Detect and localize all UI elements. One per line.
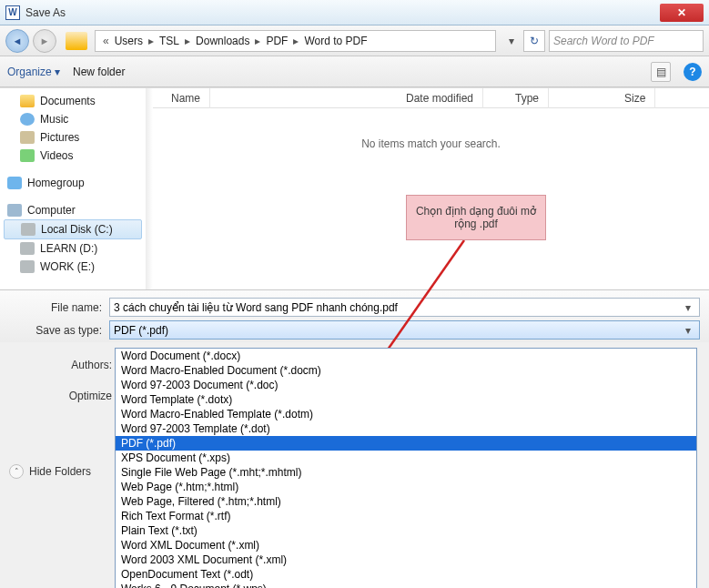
dropdown-option[interactable]: OpenDocument Text (*.odt) bbox=[116, 567, 696, 582]
forward-button[interactable]: ► bbox=[33, 29, 56, 53]
sidebar-item-homegroup[interactable]: Homegroup bbox=[0, 174, 146, 192]
dropdown-icon[interactable]: ▾ bbox=[681, 324, 695, 337]
dropdown-option[interactable]: Word Macro-Enabled Document (*.docm) bbox=[116, 363, 696, 378]
saveastype-select[interactable]: PDF (*.pdf)▾ bbox=[109, 320, 700, 340]
crumb[interactable]: Users bbox=[113, 35, 145, 47]
sidebar-item-work[interactable]: WORK (E:) bbox=[0, 258, 146, 276]
refresh-button[interactable]: ↻ bbox=[523, 30, 545, 52]
sidebar-item-documents[interactable]: Documents bbox=[0, 92, 146, 110]
dropdown-option[interactable]: Plain Text (*.txt) bbox=[116, 523, 696, 538]
hide-folders-label: Hide Folders bbox=[29, 465, 91, 478]
crumb[interactable]: TSL bbox=[157, 35, 181, 47]
dropdown-option[interactable]: Single File Web Page (*.mht;*.mhtml) bbox=[116, 465, 696, 480]
computer-icon bbox=[7, 204, 22, 217]
pictures-icon bbox=[20, 131, 35, 144]
dropdown-option[interactable]: Rich Text Format (*.rtf) bbox=[116, 509, 696, 523]
dropdown-option[interactable]: Web Page, Filtered (*.htm;*.html) bbox=[116, 494, 696, 509]
sidebar-item-label: Documents bbox=[40, 95, 96, 107]
dropdown-option[interactable]: Word 2003 XML Document (*.xml) bbox=[116, 553, 696, 567]
chevron-icon: ▸ bbox=[289, 35, 302, 47]
filename-row: File name: 3 cách chuyển tài liệu từ Wor… bbox=[9, 298, 700, 317]
sidebar-item-label: Music bbox=[40, 113, 68, 126]
chevron-icon: ▸ bbox=[251, 35, 264, 47]
sidebar-item-pictures[interactable]: Pictures bbox=[0, 128, 146, 147]
dropdown-icon[interactable]: ▾ bbox=[681, 301, 695, 314]
crumb[interactable]: Downloads bbox=[194, 35, 251, 47]
chevron-icon: ▸ bbox=[145, 35, 157, 47]
music-icon bbox=[20, 113, 35, 126]
dropdown-option[interactable]: Works 6 - 9 Document (*.wps) bbox=[116, 582, 696, 588]
col-date[interactable]: Date modified bbox=[397, 88, 483, 108]
sidebar-item-videos[interactable]: Videos bbox=[0, 147, 146, 165]
disk-icon bbox=[20, 260, 35, 273]
column-headers: Name Date modified Type Size bbox=[153, 88, 709, 108]
chevron-icon: ▸ bbox=[181, 35, 194, 47]
form-area: File name: 3 cách chuyển tài liệu từ Wor… bbox=[0, 289, 709, 342]
hide-folders-button[interactable]: ˄ Hide Folders bbox=[9, 464, 91, 479]
crumb[interactable]: Word to PDF bbox=[302, 35, 369, 47]
file-list: Name Date modified Type Size No items ma… bbox=[153, 88, 709, 289]
dropdown-option[interactable]: Word Document (*.docx) bbox=[116, 349, 696, 363]
homegroup-icon bbox=[7, 177, 22, 189]
filename-input[interactable]: 3 cách chuyển tài liệu từ Word sang PDF … bbox=[109, 298, 700, 317]
sidebar: Documents Music Pictures Videos Homegrou… bbox=[0, 88, 146, 289]
sidebar-item-label: LEARN (D:) bbox=[40, 242, 97, 255]
videos-icon bbox=[20, 149, 35, 162]
col-size[interactable]: Size bbox=[615, 88, 655, 108]
body-area: Documents Music Pictures Videos Homegrou… bbox=[0, 87, 709, 289]
sidebar-item-label: Local Disk (C:) bbox=[41, 223, 113, 236]
dropdown-option[interactable]: XPS Document (*.xps) bbox=[116, 451, 696, 465]
window-title: Save As bbox=[25, 6, 660, 19]
optimize-label: Optimize bbox=[15, 390, 112, 402]
sidebar-item-label: Pictures bbox=[40, 131, 79, 144]
documents-icon bbox=[20, 95, 35, 107]
dropdown-option[interactable]: Word Macro-Enabled Template (*.dotm) bbox=[116, 407, 696, 421]
organize-button[interactable]: Organize ▾ bbox=[7, 66, 60, 78]
sidebar-item-label: Videos bbox=[40, 149, 73, 162]
annotation-callout: Chọn định dạng đuôi mở rộng .pdf bbox=[406, 195, 546, 240]
sidebar-item-label: Computer bbox=[27, 204, 76, 217]
dropdown-option[interactable]: Web Page (*.htm;*.html) bbox=[116, 480, 696, 494]
saveastype-value: PDF (*.pdf) bbox=[114, 324, 681, 337]
folder-icon bbox=[66, 32, 87, 50]
sidebar-item-music[interactable]: Music bbox=[0, 110, 146, 128]
crumb[interactable]: PDF bbox=[264, 35, 289, 47]
dropdown-option[interactable]: Word 97-2003 Document (*.doc) bbox=[116, 378, 696, 392]
chevron-icon: « bbox=[99, 35, 113, 47]
empty-message: No items match your search. bbox=[153, 137, 709, 150]
nav-bar: ◄ ► « Users ▸ TSL ▸ Downloads ▸ PDF ▸ Wo… bbox=[0, 25, 709, 56]
saveastype-label: Save as type: bbox=[9, 324, 109, 337]
dropdown-option[interactable]: Word 97-2003 Template (*.dot) bbox=[116, 421, 696, 436]
view-button[interactable]: ▤ bbox=[651, 62, 671, 82]
filename-value: 3 cách chuyển tài liệu từ Word sang PDF … bbox=[114, 301, 681, 314]
saveastype-row: Save as type: PDF (*.pdf)▾ bbox=[9, 320, 700, 340]
col-type[interactable]: Type bbox=[506, 88, 549, 108]
dropdown-option[interactable]: Word XML Document (*.xml) bbox=[116, 538, 696, 553]
new-folder-button[interactable]: New folder bbox=[73, 66, 125, 78]
word-icon: W bbox=[5, 5, 20, 20]
filename-label: File name: bbox=[9, 301, 109, 314]
toolbar: Organize ▾ New folder ▤ ? bbox=[0, 56, 709, 87]
breadcrumb[interactable]: « Users ▸ TSL ▸ Downloads ▸ PDF ▸ Word t… bbox=[95, 30, 496, 52]
dropdown-option[interactable]: PDF (*.pdf) bbox=[116, 436, 696, 451]
titlebar: W Save As ✕ bbox=[0, 0, 709, 25]
close-button[interactable]: ✕ bbox=[660, 4, 704, 22]
help-button[interactable]: ? bbox=[684, 63, 702, 81]
breadcrumb-dropdown[interactable]: ▾ bbox=[503, 35, 520, 47]
dropdown-option[interactable]: Word Template (*.dotx) bbox=[116, 392, 696, 407]
sidebar-item-label: WORK (E:) bbox=[40, 260, 95, 273]
sidebar-item-computer[interactable]: Computer bbox=[0, 201, 146, 219]
col-name[interactable]: Name bbox=[162, 88, 210, 108]
sidebar-item-label: Homegroup bbox=[27, 177, 85, 189]
search-input[interactable]: Search Word to PDF bbox=[549, 30, 704, 52]
disk-icon bbox=[21, 223, 35, 236]
splitter[interactable] bbox=[146, 88, 153, 289]
chevron-up-icon: ˄ bbox=[9, 464, 24, 479]
sidebar-item-localdisk[interactable]: Local Disk (C:) bbox=[4, 219, 142, 239]
sidebar-item-learn[interactable]: LEARN (D:) bbox=[0, 239, 146, 258]
saveastype-dropdown[interactable]: Word Document (*.docx)Word Macro-Enabled… bbox=[115, 348, 697, 588]
authors-label: Authors: bbox=[15, 359, 112, 371]
disk-icon bbox=[20, 242, 35, 255]
back-button[interactable]: ◄ bbox=[5, 29, 29, 53]
